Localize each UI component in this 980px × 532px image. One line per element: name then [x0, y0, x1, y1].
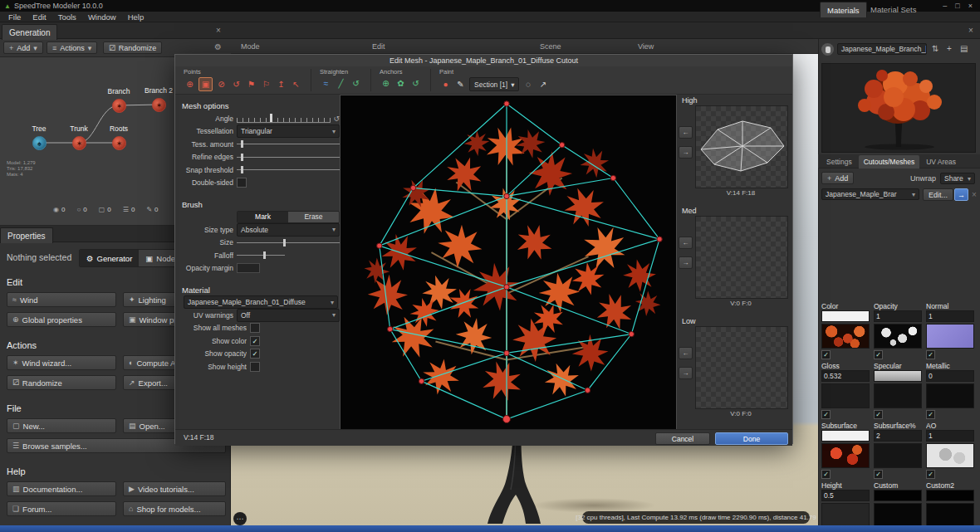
map-normal[interactable]: Normal 1 [926, 302, 974, 359]
actions-button[interactable]: ≡ Actions ▾ [47, 41, 97, 54]
node-branch2[interactable]: ✶ [152, 98, 166, 112]
gloss-thumbnail[interactable] [821, 383, 870, 408]
map-color[interactable]: Color [821, 302, 870, 359]
generation-settings-gear-icon[interactable]: ⚙ [214, 42, 222, 51]
size-type-dropdown[interactable]: Absolute ▾ [237, 223, 340, 237]
lod-high-preview[interactable] [695, 105, 788, 188]
clipboard-icon[interactable]: ▤ [960, 44, 968, 53]
subtab-settings[interactable]: Settings [821, 155, 857, 168]
map-metallic[interactable]: Metallic 0 [926, 362, 974, 419]
map-subsurface-pct[interactable]: Subsurface% 2 [874, 422, 922, 479]
reset-straighten-icon[interactable]: ↺ [350, 77, 362, 90]
opacity-value[interactable]: 1 [874, 310, 922, 322]
map-subsurface[interactable]: Subsurface [821, 422, 870, 479]
map-gloss[interactable]: Gloss 0.532 [821, 362, 870, 419]
dotted-circle-icon[interactable]: ◌ [522, 78, 534, 90]
compare-materials-icon[interactable]: ⇅ [932, 44, 938, 53]
map-custom2[interactable]: Custom2 [926, 481, 974, 532]
show-all-meshes-checkbox[interactable] [250, 323, 260, 333]
map-custom[interactable]: Custom [874, 481, 922, 532]
show-opacity-checkbox[interactable] [250, 349, 260, 359]
menu-edit[interactable]: Edit [27, 12, 51, 22]
randomize-button[interactable]: ⚂ Randomize [103, 41, 162, 54]
lod-high-prev-button[interactable]: ← [679, 126, 693, 139]
materials-close-icon[interactable]: × [968, 27, 973, 35]
cancel-button[interactable]: Cancel [655, 432, 710, 445]
specular-checkbox[interactable] [874, 410, 883, 419]
dialog-material-dropdown[interactable]: Japanese_Maple_Branch_01_Diffuse ▾ [184, 295, 338, 309]
opacity-thumbnail[interactable] [874, 324, 922, 349]
documentation-button[interactable]: ▥Documentation... [7, 481, 116, 496]
map-height[interactable]: Height 0.5 [821, 481, 870, 532]
straight-line-icon[interactable]: ╱ [335, 77, 347, 90]
color-checkbox[interactable] [821, 350, 831, 359]
generation-close-icon[interactable]: × [216, 27, 221, 35]
angle-slider[interactable] [237, 115, 331, 123]
brush-icon[interactable]: ✎ [454, 78, 467, 90]
reset-anchors-icon[interactable]: ↺ [409, 77, 422, 90]
curve-icon[interactable]: ≈ [320, 77, 332, 90]
counter-nodes[interactable]: ○0 [76, 206, 86, 213]
move-point-icon[interactable]: ↖ [290, 78, 302, 90]
falloff-slider[interactable] [237, 255, 285, 256]
node-roots[interactable]: ✶ [112, 136, 126, 150]
normal-thumbnail[interactable] [926, 324, 974, 349]
edit-cutout-button[interactable]: Edit... [923, 188, 953, 201]
size-slider[interactable] [237, 242, 340, 243]
subsurface-pct-value[interactable]: 2 [874, 430, 922, 442]
add-material-icon[interactable]: + [947, 44, 952, 53]
viewport-overflow-button[interactable]: ⋯ [233, 512, 247, 525]
subsurface-swatch[interactable] [821, 430, 870, 442]
map-ao[interactable]: AO 1 [926, 422, 974, 479]
color-thumbnail[interactable] [821, 324, 870, 349]
share-dropdown[interactable]: Share ▾ [940, 173, 975, 184]
unwrap-button[interactable]: Unwrap [910, 174, 936, 183]
metallic-checkbox[interactable] [926, 410, 935, 419]
delete-cutout-icon[interactable]: × [972, 190, 977, 199]
pin-point-icon[interactable]: ⚑ [245, 78, 257, 90]
custom-thumbnail[interactable] [874, 503, 922, 528]
custom2-swatch[interactable] [926, 490, 974, 501]
subsurface-pct-checkbox[interactable] [874, 470, 883, 479]
menu-tools[interactable]: Tools [52, 12, 82, 22]
subtab-uv-areas[interactable]: UV Areas [921, 155, 961, 168]
menu-file[interactable]: File [2, 12, 27, 22]
add-node-button[interactable]: + Add ▾ [3, 41, 43, 54]
remove-point-icon[interactable]: ⊘ [215, 78, 228, 90]
snap-threshold-slider[interactable] [237, 169, 340, 170]
lod-low-next-button[interactable]: → [679, 367, 693, 379]
gloss-value[interactable]: 0.532 [821, 370, 870, 382]
tab-material-sets[interactable]: Material Sets [864, 2, 923, 17]
global-properties-button[interactable]: ⊕Global properties [7, 312, 116, 327]
randomize-action-button[interactable]: ⚂Randomize [7, 375, 116, 390]
node-trunk[interactable]: ✶ [72, 136, 86, 150]
map-opacity[interactable]: Opacity 1 [874, 302, 922, 359]
shop-models-button[interactable]: ⌂Shop for models... [123, 501, 226, 516]
section-dropdown[interactable]: Section [1] ▾ [469, 77, 519, 91]
flower-anchor-icon[interactable]: ✿ [394, 77, 407, 90]
angle-reset-icon[interactable]: ↺ [333, 115, 340, 123]
subtab-cutouts-meshes[interactable]: Cutouts/Meshes [859, 155, 919, 168]
add-anchor-icon[interactable]: ⊕ [380, 77, 392, 90]
opacity-checkbox[interactable] [874, 350, 883, 359]
node-tree[interactable]: ♠ [32, 136, 47, 150]
opacity-margin-field[interactable] [237, 263, 260, 273]
lod-low-prev-button[interactable]: ← [679, 347, 693, 359]
uv-warnings-dropdown[interactable]: Off ▾ [237, 309, 340, 322]
subsurface-checkbox[interactable] [821, 470, 831, 479]
material-select-dropdown[interactable]: Japanese_Maple_Branch_[ ▾ [837, 43, 927, 55]
counter-edits[interactable]: ✎0 [146, 206, 158, 213]
subsurface-pct-thumbnail[interactable] [874, 443, 922, 468]
specular-thumbnail[interactable] [874, 383, 922, 408]
forum-button[interactable]: ❏Forum... [7, 501, 116, 516]
maximize-button[interactable]: □ [955, 2, 959, 10]
mark-button[interactable]: Mark [238, 212, 288, 222]
menu-window[interactable]: Window [82, 12, 122, 22]
lod-med-preview[interactable] [695, 216, 788, 299]
done-button[interactable]: Done [715, 432, 788, 445]
expand-icon[interactable]: ↗ [537, 78, 549, 90]
mesh-edit-canvas[interactable] [340, 95, 677, 431]
wind-wizard-button[interactable]: ✶Wind wizard... [7, 355, 116, 370]
select-points-icon[interactable]: ▣ [198, 77, 213, 91]
ao-checkbox[interactable] [926, 470, 935, 479]
